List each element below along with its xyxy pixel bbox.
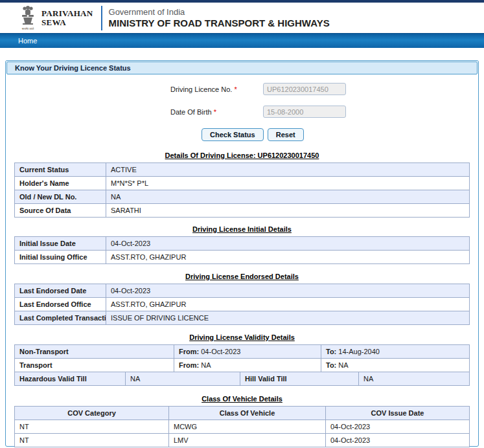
to-cell: To: 14-Aug-2040	[321, 345, 470, 359]
ministry-title: MINISTRY OF ROAD TRANSPORT & HIGHWAYS	[109, 17, 330, 29]
cov-issue-date-cell: 04-Oct-2023	[326, 434, 470, 447]
hill-label: Hill Valid Till	[240, 372, 359, 386]
row-value: ACTIVE	[106, 163, 470, 177]
hill-value: NA	[359, 372, 470, 386]
row-value: 04-Oct-2023	[106, 284, 470, 298]
dob-row: Date Of Birth *	[170, 106, 470, 118]
details-table: Current StatusACTIVE Holder's NameM*N*S*…	[14, 162, 470, 218]
cov-category-cell: NT	[15, 420, 169, 434]
row-label: Initial Issuing Office	[15, 251, 106, 264]
main-navbar: Home	[0, 33, 484, 48]
validity-section-heading: Driving License Validity Details	[14, 333, 470, 341]
class-of-vehicle-header: Class Of Vehicle	[169, 407, 326, 420]
row-label: Last Endorsed Date	[15, 284, 106, 298]
panel-title: Know Your Driving Licence Status	[6, 62, 478, 74]
table-row: Current StatusACTIVE	[15, 163, 470, 177]
dob-label-text: Date Of Birth	[170, 108, 212, 116]
row-value: NA	[106, 190, 470, 204]
header-divider	[101, 6, 102, 30]
row-label: Source Of Data	[15, 204, 106, 218]
initial-section-heading: Driving License Initial Details	[14, 225, 470, 233]
row-value: 04-Oct-2023	[106, 237, 470, 251]
table-row: Non-Transport From: 04-Oct-2023 To: 14-A…	[15, 345, 470, 359]
panel-body: Driving Licence No. * Date Of Birth * Ch…	[6, 83, 478, 447]
from-value: 04-Oct-2023	[201, 348, 240, 355]
licence-no-input[interactable]	[263, 83, 346, 95]
row-value: M*N*S* P*L	[106, 177, 470, 190]
row-value: SARATHI	[106, 204, 470, 218]
dl-status-panel: Know Your Driving Licence Status Driving…	[5, 60, 479, 447]
cov-section-heading: Class Of Vehicle Details	[14, 395, 470, 403]
row-label: Holder's Name	[15, 177, 106, 190]
check-status-button[interactable]: Check Status	[202, 128, 264, 141]
table-row: Holder's NameM*N*S* P*L	[15, 177, 470, 190]
to-cell: To: NA	[321, 359, 470, 372]
table-row: Initial Issuing OfficeASST.RTO, GHAZIPUR	[15, 251, 470, 264]
to-label: To:	[326, 361, 336, 369]
nav-home-link[interactable]: Home	[0, 37, 37, 45]
row-label: Old / New DL No.	[15, 190, 106, 204]
table-row: Last Endorsed Date04-Oct-2023	[15, 284, 470, 298]
licence-no-label: Driving Licence No. *	[170, 85, 263, 93]
to-value: 14-Aug-2040	[338, 348, 380, 355]
from-cell: From: NA	[174, 359, 321, 372]
parivahan-sewa-logo: PARIVAHAN SEWA	[41, 9, 93, 27]
row-label: Last Completed Transaction	[15, 311, 106, 325]
details-section-heading: Details Of Driving License: UP6120230017…	[14, 151, 470, 159]
cov-issue-date-header: COV Issue Date	[326, 407, 470, 420]
from-cell: From: 04-Oct-2023	[174, 345, 321, 359]
national-emblem: सत्यमेव जयते	[19, 6, 36, 30]
cov-category-header: COV Category	[15, 407, 169, 420]
row-value: ASST.RTO, GHAZIPUR	[106, 251, 470, 264]
licence-no-label-text: Driving Licence No.	[170, 85, 232, 93]
row-label: Transport	[15, 359, 174, 372]
from-label: From:	[179, 361, 199, 369]
table-row: Source Of DataSARATHI	[15, 204, 470, 218]
table-header-row: COV Category Class Of Vehicle COV Issue …	[15, 407, 470, 420]
logo-line-2: SEWA	[41, 18, 93, 27]
dob-label: Date Of Birth *	[170, 108, 263, 116]
class-of-vehicle-cell: LMV	[169, 434, 326, 447]
cov-table: COV Category Class Of Vehicle COV Issue …	[14, 406, 470, 447]
ashoka-emblem-icon	[21, 6, 35, 28]
initial-details-table: Initial Issue Date04-Oct-2023 Initial Is…	[14, 236, 470, 264]
table-row: Old / New DL No.NA	[15, 190, 470, 204]
to-value: NA	[338, 361, 348, 369]
required-asterisk: *	[214, 108, 216, 116]
validity-table: Non-Transport From: 04-Oct-2023 To: 14-A…	[14, 344, 470, 372]
table-row: NT LMV 04-Oct-2023	[15, 434, 470, 447]
to-label: To:	[326, 348, 336, 355]
row-label: Last Endorsed Office	[15, 298, 106, 311]
row-label: Non-Transport	[15, 345, 174, 359]
row-label: Initial Issue Date	[15, 237, 106, 251]
table-row: Last Completed TransactionISSUE OF DRIVI…	[15, 311, 470, 325]
endorsed-details-table: Last Endorsed Date04-Oct-2023 Last Endor…	[14, 284, 470, 325]
ministry-block: Government of India MINISTRY OF ROAD TRA…	[109, 7, 330, 29]
cov-category-cell: NT	[15, 434, 169, 447]
endorsed-section-heading: Driving License Endorsed Details	[14, 273, 470, 280]
row-value: ASST.RTO, GHAZIPUR	[106, 298, 470, 311]
hazardous-label: Hazardous Valid Till	[15, 372, 126, 386]
row-value: ISSUE OF DRIVING LICENCE	[106, 311, 470, 325]
table-row: Transport From: NA To: NA	[15, 359, 470, 372]
table-row: Hazardous Valid Till NA Hill Valid Till …	[15, 372, 470, 386]
dob-input[interactable]	[263, 106, 346, 118]
reset-button[interactable]: Reset	[268, 128, 304, 141]
from-label: From:	[179, 348, 199, 355]
table-row: Last Endorsed OfficeASST.RTO, GHAZIPUR	[15, 298, 470, 311]
table-row: Initial Issue Date04-Oct-2023	[15, 237, 470, 251]
required-asterisk: *	[234, 85, 236, 93]
class-of-vehicle-cell: MCWG	[169, 420, 326, 434]
validity-extra-table: Hazardous Valid Till NA Hill Valid Till …	[14, 372, 470, 386]
emblem-motto: सत्यमेव जयते	[19, 28, 36, 30]
from-value: NA	[201, 361, 211, 369]
dl-search-form: Driving Licence No. * Date Of Birth * Ch…	[14, 83, 470, 141]
form-buttons: Check Status Reset	[202, 128, 470, 141]
licence-no-row: Driving Licence No. *	[170, 83, 470, 95]
hazardous-value: NA	[126, 372, 240, 386]
table-row: NT MCWG 04-Oct-2023	[15, 420, 470, 434]
masthead: सत्यमेव जयते PARIVAHAN SEWA Government o…	[0, 3, 484, 33]
government-of-india-text: Government of India	[109, 7, 330, 17]
row-label: Current Status	[15, 163, 106, 177]
cov-issue-date-cell: 04-Oct-2023	[326, 420, 470, 434]
